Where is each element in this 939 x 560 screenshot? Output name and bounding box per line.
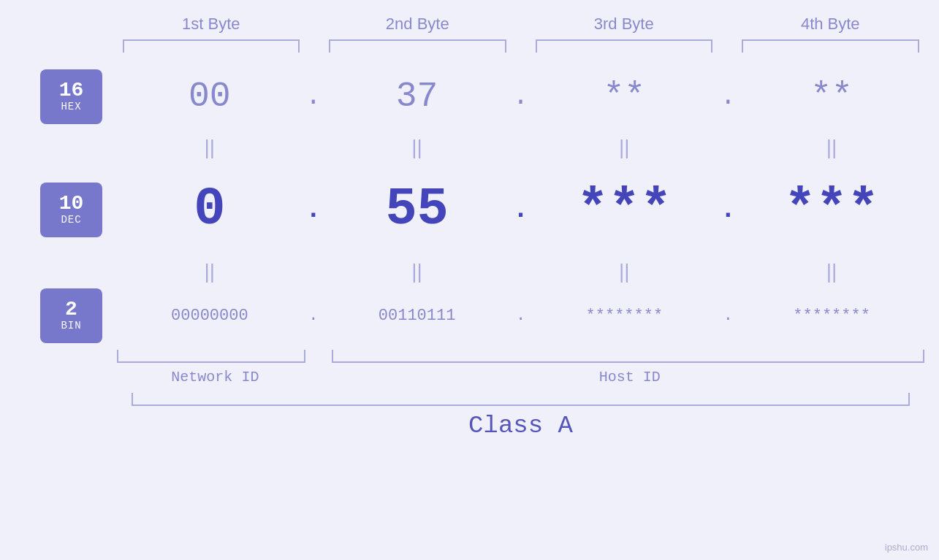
hex-row: 00 . 37 . ** . **	[117, 64, 924, 129]
dec-dot1: .	[303, 195, 324, 225]
hex-dot3: .	[717, 82, 739, 112]
equals-row-2: || || || ||	[117, 253, 924, 290]
bin-byte3: ********	[532, 307, 718, 325]
badges-column: 16 HEX 10 DEC 2 BIN	[15, 64, 117, 341]
equals-row-1: || || || ||	[117, 129, 924, 166]
bin-byte4: ********	[739, 307, 924, 325]
byte3-header: 3rd Byte	[532, 15, 717, 39]
hex-dot2: .	[510, 82, 532, 112]
dec-byte4: ***	[739, 180, 924, 239]
dec-byte3: ***	[532, 180, 718, 239]
bin-byte1: 00000000	[117, 307, 303, 325]
dec-dot3: .	[717, 195, 739, 225]
bracket-byte3	[536, 39, 713, 53]
bin-dot3: .	[717, 307, 739, 325]
bin-badge: 2 BIN	[40, 288, 102, 343]
hex-byte2: 37	[324, 77, 510, 116]
hex-dot1: .	[303, 82, 324, 112]
dec-badge: 10 DEC	[40, 183, 102, 237]
dec-dot2: .	[510, 195, 532, 225]
bracket-byte1	[123, 39, 300, 53]
dec-row: 0 . 55 . *** . ***	[117, 166, 924, 253]
network-id-label: Network ID	[117, 369, 313, 386]
byte1-header: 1st Byte	[119, 15, 304, 39]
hex-byte3: **	[532, 77, 718, 116]
byte4-header: 4th Byte	[738, 15, 923, 39]
class-section: Class A	[117, 393, 924, 440]
dec-byte2: 55	[324, 180, 510, 239]
class-bracket	[132, 393, 910, 406]
net-bracket	[117, 350, 305, 363]
bin-dot1: .	[303, 307, 324, 325]
bin-byte2: 00110111	[324, 307, 510, 325]
watermark: ipshu.com	[885, 542, 928, 553]
bracket-byte4	[742, 39, 919, 53]
id-labels: Network ID Host ID	[117, 369, 924, 386]
hex-byte1: 00	[117, 77, 303, 116]
class-label: Class A	[117, 412, 924, 440]
host-bracket	[332, 350, 924, 363]
dec-byte1: 0	[117, 180, 303, 239]
bin-dot2: .	[510, 307, 532, 325]
main-container: 1st Byte 2nd Byte 3rd Byte 4th Byte 16 H…	[0, 0, 939, 560]
bottom-brackets	[117, 345, 924, 363]
bin-row: 00000000 . 00110111 . ******** .	[117, 290, 924, 341]
hex-badge: 16 HEX	[40, 69, 102, 124]
hex-byte4: **	[739, 77, 924, 116]
byte2-header: 2nd Byte	[325, 15, 510, 39]
host-id-label: Host ID	[335, 369, 924, 386]
bracket-byte2	[329, 39, 506, 53]
